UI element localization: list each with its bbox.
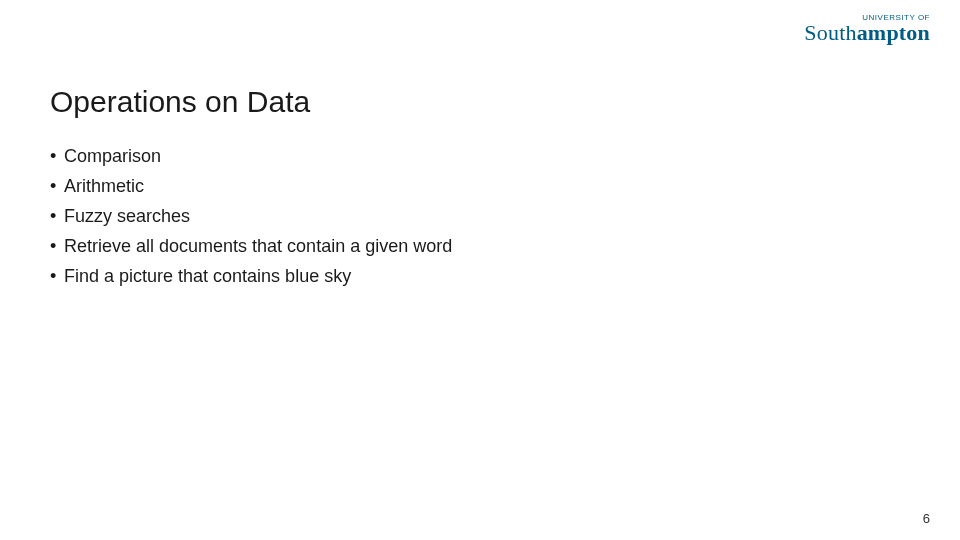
bullet-text: Fuzzy searches: [64, 206, 190, 227]
bullet-text: Arithmetic: [64, 176, 144, 197]
logo-bold: ampton: [857, 20, 930, 45]
list-item: •Arithmetic: [50, 176, 452, 197]
logo-prefix: South: [804, 20, 856, 45]
bullet-dot: •: [50, 267, 64, 285]
bullet-dot: •: [50, 147, 64, 165]
logo-wordmark: Southampton: [804, 22, 930, 44]
bullet-text: Find a picture that contains blue sky: [64, 266, 351, 287]
bullet-list: •Comparison •Arithmetic •Fuzzy searches …: [50, 146, 452, 296]
list-item: •Retrieve all documents that contain a g…: [50, 236, 452, 257]
list-item: •Comparison: [50, 146, 452, 167]
university-logo: UNIVERSITY OF Southampton: [804, 14, 930, 44]
slide-title: Operations on Data: [50, 85, 310, 119]
slide: UNIVERSITY OF Southampton Operations on …: [0, 0, 960, 540]
bullet-text: Comparison: [64, 146, 161, 167]
bullet-text: Retrieve all documents that contain a gi…: [64, 236, 452, 257]
bullet-dot: •: [50, 207, 64, 225]
bullet-dot: •: [50, 177, 64, 195]
page-number: 6: [923, 511, 930, 526]
list-item: •Fuzzy searches: [50, 206, 452, 227]
list-item: •Find a picture that contains blue sky: [50, 266, 452, 287]
bullet-dot: •: [50, 237, 64, 255]
